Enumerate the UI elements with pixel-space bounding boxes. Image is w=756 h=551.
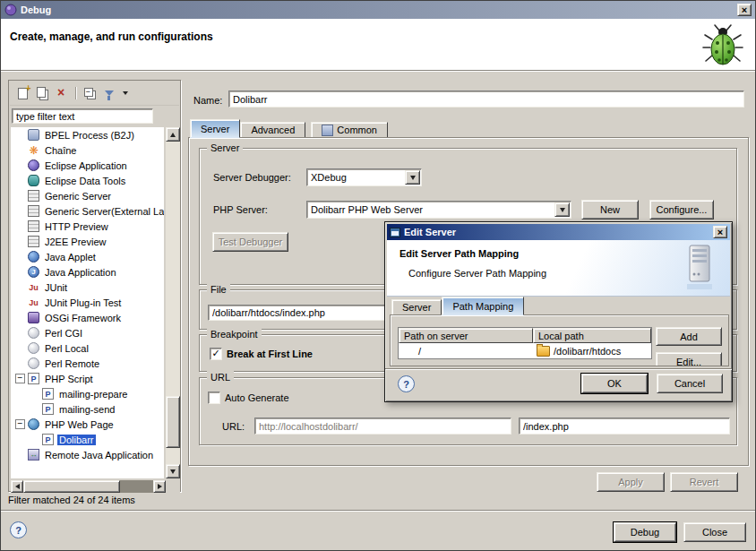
collapse-all-button[interactable] xyxy=(81,85,99,101)
edit-server-title: Edit Server xyxy=(404,227,713,237)
duplicate-configuration-icon xyxy=(37,87,46,98)
collapse-expander-icon[interactable]: − xyxy=(15,374,25,383)
column-path-on-server[interactable]: Path on server xyxy=(399,328,533,343)
tree-item[interactable]: Java Application xyxy=(11,264,164,280)
tree-item[interactable]: mailing-send xyxy=(11,401,164,417)
edit-button-label: Edit... xyxy=(676,357,701,367)
server-debugger-combo[interactable]: XDebug xyxy=(306,168,422,186)
dialog-icon xyxy=(390,228,400,237)
filter-input[interactable] xyxy=(12,108,153,124)
tab-server[interactable]: Server xyxy=(190,119,240,138)
new-server-button[interactable]: New xyxy=(581,200,639,220)
tree-item[interactable]: JUnit xyxy=(11,280,164,295)
table-body: //dolibarr/htdocs xyxy=(399,343,651,358)
php-server-dropdown-button[interactable] xyxy=(554,202,570,217)
dialog-help-button[interactable]: ? xyxy=(398,375,415,392)
revert-button[interactable]: Revert xyxy=(670,472,738,492)
dialog-close-button[interactable]: × xyxy=(713,226,727,238)
tree-item[interactable]: OSGi Framework xyxy=(11,310,164,325)
auto-generate-checkbox[interactable] xyxy=(208,392,220,404)
server-debugger-dropdown-button[interactable] xyxy=(405,170,420,185)
osgi-icon xyxy=(28,312,39,323)
horizontal-scroll-thumb[interactable] xyxy=(23,480,120,493)
filter-configurations-button[interactable] xyxy=(100,85,118,101)
tab-common[interactable]: Common xyxy=(311,122,388,138)
help-button[interactable]: ? xyxy=(10,521,27,538)
filter-menu-button[interactable] xyxy=(120,85,130,101)
configurations-panel: BPEL Process (B2J)ChaîneEclipse Applicat… xyxy=(8,80,181,492)
tree-item[interactable]: Chaîne xyxy=(11,142,164,158)
local-path-cell: /dolibarr/htdocs xyxy=(533,343,651,358)
apply-button[interactable]: Apply xyxy=(597,472,665,492)
window-close-button[interactable]: × xyxy=(737,4,752,16)
tab-advanced[interactable]: Advanced xyxy=(240,122,305,138)
path-mapping-panel: Path on server Local path //dolibarr/htd… xyxy=(390,314,729,366)
ok-button[interactable]: OK xyxy=(581,374,648,393)
ok-button-label: OK xyxy=(607,378,622,389)
tree-item[interactable]: JUnit Plug-in Test xyxy=(11,295,164,310)
tree-item[interactable]: Eclipse Data Tools xyxy=(11,173,164,188)
tree-item[interactable]: HTTP Preview xyxy=(11,219,164,234)
cancel-button[interactable]: Cancel xyxy=(657,374,723,393)
tree-item-label: PHP Web Page xyxy=(43,419,116,430)
vertical-scroll-thumb[interactable] xyxy=(166,396,180,448)
debug-button-label: Debug xyxy=(631,527,659,538)
tree-item-label: Generic Server xyxy=(43,191,113,202)
dialog-tab-server[interactable]: Server xyxy=(391,299,442,315)
base-url-input[interactable] xyxy=(254,418,511,435)
tree-item[interactable]: Generic Server(External La xyxy=(11,203,164,219)
window-titlebar: Debug × xyxy=(1,1,755,19)
duplicate-configuration-button[interactable] xyxy=(33,85,51,101)
server-path-cell: / xyxy=(399,343,533,358)
java-applet-icon xyxy=(28,251,39,263)
dialog-tab-path-mapping[interactable]: Path Mapping xyxy=(442,297,524,315)
test-debugger-button[interactable]: Test Debugger xyxy=(212,232,288,252)
new-configuration-button[interactable] xyxy=(13,85,31,101)
url-path-input[interactable] xyxy=(519,418,730,435)
configure-server-button[interactable]: Configure... xyxy=(649,200,714,220)
tree-item[interactable]: BPEL Process (B2J) xyxy=(11,127,164,142)
new-configuration-icon xyxy=(18,88,28,99)
tree-item[interactable]: Perl CGI xyxy=(11,325,164,340)
debug-button[interactable]: Debug xyxy=(614,522,676,542)
mapping-row[interactable]: //dolibarr/htdocs xyxy=(399,343,651,358)
tree-item[interactable]: mailing-prepare xyxy=(11,386,164,401)
php-server-combo[interactable]: Dolibarr PHP Web Server xyxy=(306,201,571,219)
scroll-right-button[interactable] xyxy=(153,480,166,493)
edit-mapping-button[interactable]: Edit... xyxy=(656,352,722,366)
tree-item[interactable]: −PHP Web Page xyxy=(11,417,164,432)
column-local-path[interactable]: Local path xyxy=(533,328,651,343)
test-debugger-label: Test Debugger xyxy=(219,237,283,247)
new-server-button-label: New xyxy=(600,204,620,215)
tree-item[interactable]: Remote Java Application xyxy=(11,447,164,462)
tab-server-label: Server xyxy=(201,124,229,134)
tree-item-label: JUnit Plug-in Test xyxy=(43,297,123,308)
close-button[interactable]: Close xyxy=(683,522,746,542)
tree-item[interactable]: J2EE Preview xyxy=(11,234,164,249)
banner-title: Create, manage, and run configurations xyxy=(10,30,213,43)
tree-item[interactable]: Eclipse Application xyxy=(11,158,164,173)
scroll-up-button[interactable] xyxy=(166,127,180,142)
tree-item[interactable]: −PHP Script xyxy=(11,371,164,386)
delete-configuration-button[interactable] xyxy=(53,85,71,101)
add-mapping-button[interactable]: Add xyxy=(656,327,722,346)
tree-item[interactable]: Generic Server xyxy=(11,188,164,203)
bpel-icon xyxy=(28,129,39,141)
scroll-left-button[interactable] xyxy=(11,480,23,493)
common-tab-icon xyxy=(322,125,333,136)
help-icon: ? xyxy=(15,525,21,536)
tree-item[interactable]: Perl Local xyxy=(11,340,164,356)
php-file-icon xyxy=(42,403,54,415)
name-input[interactable] xyxy=(228,90,744,108)
tree-item-label: J2EE Preview xyxy=(43,237,107,247)
banner-separator xyxy=(1,70,755,71)
break-first-line-checkbox[interactable] xyxy=(210,348,222,360)
tree-item[interactable]: Perl Remote xyxy=(11,356,164,371)
tree-item[interactable]: Java Applet xyxy=(11,249,164,264)
dialog-tab-path-mapping-label: Path Mapping xyxy=(452,301,513,312)
tree-item-label: Generic Server(External La xyxy=(43,206,164,217)
collapse-expander-icon[interactable]: − xyxy=(15,419,25,429)
tree-item[interactable]: Dolibarr xyxy=(11,432,164,447)
dialog-tab-server-label: Server xyxy=(402,302,431,313)
scroll-down-button[interactable] xyxy=(166,464,180,478)
